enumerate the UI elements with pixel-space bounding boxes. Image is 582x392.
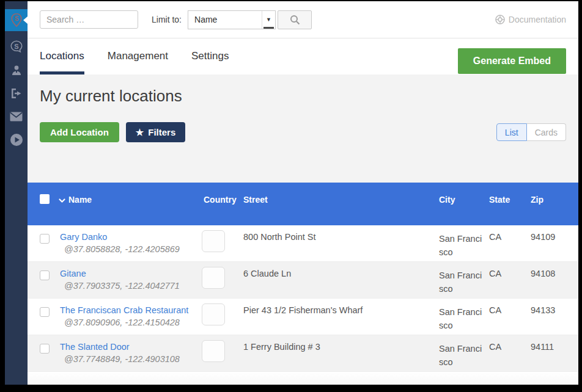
limit-to-select[interactable]: Name ▼ [188,10,276,29]
active-item-notch [23,16,28,24]
country-input[interactable] [202,267,225,289]
location-name-link[interactable]: Gary Danko [60,232,202,242]
add-location-button[interactable]: Add Location [40,122,119,142]
main-panel: Limit to: Name ▼ [28,1,578,385]
header-city[interactable]: City [436,193,486,225]
page-content: My current locations Add Location ★ Filt… [28,74,578,385]
state-cell: CA [486,342,528,371]
location-coordinates: @37.7903375, -122.4042771 [60,281,202,291]
table-row: Gitane @37.7903375, -122.4042771 6 Claud… [28,262,578,299]
header-name[interactable]: Name [55,193,202,225]
speech-bubble-logo-icon: S [9,40,24,54]
actions-row: Add Location ★ Filters List Cards [40,122,566,142]
page-title: My current locations [40,87,566,106]
filters-button[interactable]: ★ Filters [126,122,185,142]
state-cell: CA [486,305,528,335]
location-name-link[interactable]: Gitane [60,269,202,278]
location-coordinates: @37.8090906, -122.4150428 [60,318,202,327]
view-toggle-list[interactable]: List [496,123,527,141]
sidebar-item-contact[interactable] [9,109,24,124]
table-row: Gary Danko @37.8058828, -122.4205869 800… [28,225,578,262]
header-street[interactable]: Street [243,193,436,225]
sidebar-item-brand-bubble[interactable]: S [9,40,24,54]
header-zip[interactable]: Zip [528,193,578,225]
top-search-bar: Limit to: Name ▼ [28,1,578,38]
location-name-link[interactable]: The Franciscan Crab Restaurant [60,305,202,315]
city-cell: San Francisco [436,342,486,371]
select-dropdown-arrow-icon: ▼ [262,11,275,29]
tab-settings[interactable]: Settings [191,38,229,74]
envelope-icon [10,112,23,122]
star-icon: ★ [136,127,144,138]
life-ring-icon [495,15,505,24]
table-footer [28,372,578,385]
documentation-link[interactable]: Documentation [495,15,566,24]
table-row: The Slanted Door @37.7748849, -122.49031… [28,335,578,372]
city-cell: San Francisco [436,232,486,261]
documentation-label: Documentation [509,15,566,24]
row-checkbox[interactable] [40,270,50,280]
row-checkbox[interactable] [40,307,50,317]
view-toggle-cards[interactable]: Cards [527,123,566,141]
sidebar: S S [5,1,28,385]
person-icon [10,64,23,76]
country-input[interactable] [202,340,225,362]
sidebar-item-logout[interactable] [9,86,24,101]
state-cell: CA [486,269,528,298]
sidebar-item-brand-pin[interactable]: S [5,9,28,31]
location-coordinates: @37.7748849, -122.4903108 [60,354,202,364]
limit-to-selected-value: Name [188,15,262,24]
search-input[interactable] [40,10,138,29]
magnifier-icon [290,15,300,25]
state-cell: CA [486,232,528,261]
row-checkbox[interactable] [40,344,50,354]
header-state[interactable]: State [486,193,528,225]
street-cell: 1 Ferry Building # 3 [243,342,436,371]
sidebar-item-tutorial[interactable] [9,132,24,147]
country-input[interactable] [202,230,225,252]
table-body: Gary Danko @37.8058828, -122.4205869 800… [28,225,578,372]
country-input[interactable] [202,303,225,325]
sign-out-icon [10,88,23,99]
table-header-row: Name Country Street City State Zip [28,183,578,225]
zip-cell: 94133 [528,305,578,335]
header-country[interactable]: Country [202,193,243,225]
select-all-checkbox[interactable] [40,194,50,204]
location-coordinates: @37.8058828, -122.4205869 [60,244,202,254]
location-name-link[interactable]: The Slanted Door [60,342,202,352]
app-window: S S [5,1,578,385]
street-cell: 800 North Point St [243,232,436,261]
row-checkbox[interactable] [40,234,50,244]
limit-to-label: Limit to: [152,15,182,24]
sidebar-item-profile[interactable] [9,63,24,78]
street-cell: Pier 43 1/2 Fisherman's Wharf [243,305,436,335]
filters-label: Filters [148,127,175,137]
city-cell: San Francisco [436,269,486,298]
map-pin-logo-icon: S [10,13,23,27]
sort-chevron-down-icon [58,197,66,205]
tab-management[interactable]: Management [108,38,168,74]
tab-nav: Locations Management Settings Generate E… [28,38,578,74]
search-button[interactable] [278,10,312,29]
zip-cell: 94111 [528,342,578,371]
locations-table: Name Country Street City State Zip Gary … [28,183,578,385]
play-circle-icon [10,133,23,147]
zip-cell: 94108 [528,269,578,298]
svg-text:S: S [14,43,18,50]
view-toggle: List Cards [496,123,566,141]
zip-cell: 94109 [528,232,578,261]
generate-embed-button[interactable]: Generate Embed [458,48,566,74]
svg-text:S: S [14,15,18,22]
tab-locations[interactable]: Locations [40,38,84,74]
table-row: The Franciscan Crab Restaurant @37.80909… [28,299,578,335]
city-cell: San Francisco [436,305,486,335]
street-cell: 6 Claude Ln [243,269,436,298]
